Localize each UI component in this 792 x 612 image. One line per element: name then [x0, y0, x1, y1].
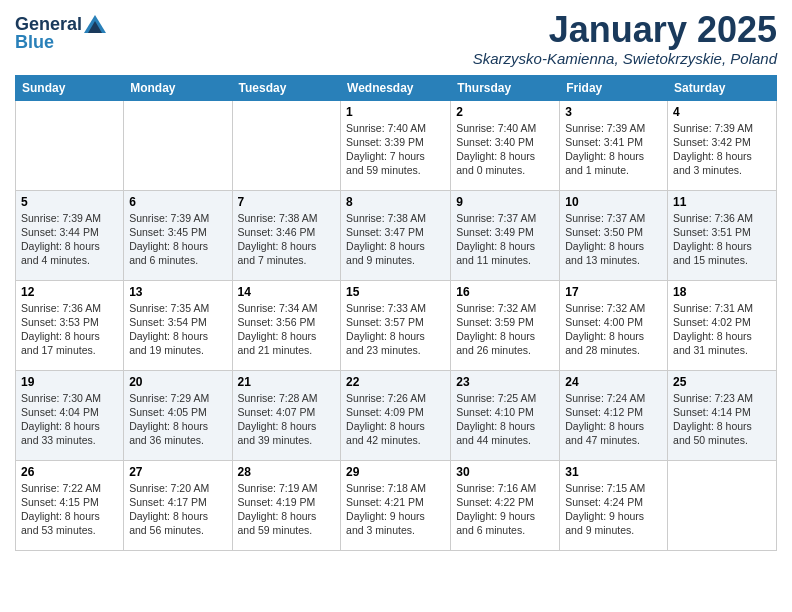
col-header-tuesday: Tuesday: [232, 75, 341, 100]
header: General Blue January 2025 Skarzysko-Kami…: [15, 10, 777, 67]
calendar-cell: 16Sunrise: 7:32 AM Sunset: 3:59 PM Dayli…: [451, 280, 560, 370]
day-number: 13: [129, 285, 226, 299]
week-row-1: 1Sunrise: 7:40 AM Sunset: 3:39 PM Daylig…: [16, 100, 777, 190]
day-number: 20: [129, 375, 226, 389]
day-number: 6: [129, 195, 226, 209]
column-headers: SundayMondayTuesdayWednesdayThursdayFrid…: [16, 75, 777, 100]
day-info: Sunrise: 7:38 AM Sunset: 3:46 PM Dayligh…: [238, 211, 336, 268]
col-header-wednesday: Wednesday: [341, 75, 451, 100]
day-info: Sunrise: 7:31 AM Sunset: 4:02 PM Dayligh…: [673, 301, 771, 358]
logo: General Blue: [15, 15, 106, 52]
calendar-cell: 28Sunrise: 7:19 AM Sunset: 4:19 PM Dayli…: [232, 460, 341, 550]
day-number: 30: [456, 465, 554, 479]
calendar-cell: 31Sunrise: 7:15 AM Sunset: 4:24 PM Dayli…: [560, 460, 668, 550]
day-info: Sunrise: 7:40 AM Sunset: 3:39 PM Dayligh…: [346, 121, 445, 178]
col-header-friday: Friday: [560, 75, 668, 100]
day-number: 28: [238, 465, 336, 479]
calendar-cell: [232, 100, 341, 190]
day-info: Sunrise: 7:15 AM Sunset: 4:24 PM Dayligh…: [565, 481, 662, 538]
calendar-body: 1Sunrise: 7:40 AM Sunset: 3:39 PM Daylig…: [16, 100, 777, 550]
day-number: 29: [346, 465, 445, 479]
col-header-sunday: Sunday: [16, 75, 124, 100]
calendar-cell: 25Sunrise: 7:23 AM Sunset: 4:14 PM Dayli…: [668, 370, 777, 460]
day-number: 5: [21, 195, 118, 209]
week-row-2: 5Sunrise: 7:39 AM Sunset: 3:44 PM Daylig…: [16, 190, 777, 280]
day-info: Sunrise: 7:25 AM Sunset: 4:10 PM Dayligh…: [456, 391, 554, 448]
day-info: Sunrise: 7:36 AM Sunset: 3:51 PM Dayligh…: [673, 211, 771, 268]
calendar-cell: 20Sunrise: 7:29 AM Sunset: 4:05 PM Dayli…: [124, 370, 232, 460]
day-info: Sunrise: 7:38 AM Sunset: 3:47 PM Dayligh…: [346, 211, 445, 268]
calendar-cell: 26Sunrise: 7:22 AM Sunset: 4:15 PM Dayli…: [16, 460, 124, 550]
week-row-3: 12Sunrise: 7:36 AM Sunset: 3:53 PM Dayli…: [16, 280, 777, 370]
day-number: 8: [346, 195, 445, 209]
calendar-cell: [124, 100, 232, 190]
calendar-cell: [668, 460, 777, 550]
calendar-cell: [16, 100, 124, 190]
day-info: Sunrise: 7:20 AM Sunset: 4:17 PM Dayligh…: [129, 481, 226, 538]
day-number: 22: [346, 375, 445, 389]
day-number: 31: [565, 465, 662, 479]
calendar-subtitle: Skarzysko-Kamienna, Swietokrzyskie, Pola…: [473, 50, 777, 67]
day-number: 24: [565, 375, 662, 389]
calendar-cell: 19Sunrise: 7:30 AM Sunset: 4:04 PM Dayli…: [16, 370, 124, 460]
calendar-cell: 21Sunrise: 7:28 AM Sunset: 4:07 PM Dayli…: [232, 370, 341, 460]
calendar-cell: 9Sunrise: 7:37 AM Sunset: 3:49 PM Daylig…: [451, 190, 560, 280]
calendar-cell: 6Sunrise: 7:39 AM Sunset: 3:45 PM Daylig…: [124, 190, 232, 280]
calendar-cell: 23Sunrise: 7:25 AM Sunset: 4:10 PM Dayli…: [451, 370, 560, 460]
day-info: Sunrise: 7:22 AM Sunset: 4:15 PM Dayligh…: [21, 481, 118, 538]
day-number: 9: [456, 195, 554, 209]
day-number: 27: [129, 465, 226, 479]
day-info: Sunrise: 7:16 AM Sunset: 4:22 PM Dayligh…: [456, 481, 554, 538]
day-info: Sunrise: 7:19 AM Sunset: 4:19 PM Dayligh…: [238, 481, 336, 538]
day-number: 7: [238, 195, 336, 209]
day-number: 17: [565, 285, 662, 299]
calendar-cell: 24Sunrise: 7:24 AM Sunset: 4:12 PM Dayli…: [560, 370, 668, 460]
day-number: 21: [238, 375, 336, 389]
day-info: Sunrise: 7:24 AM Sunset: 4:12 PM Dayligh…: [565, 391, 662, 448]
title-area: January 2025 Skarzysko-Kamienna, Swietok…: [473, 10, 777, 67]
calendar-cell: 17Sunrise: 7:32 AM Sunset: 4:00 PM Dayli…: [560, 280, 668, 370]
calendar-cell: 29Sunrise: 7:18 AM Sunset: 4:21 PM Dayli…: [341, 460, 451, 550]
day-info: Sunrise: 7:28 AM Sunset: 4:07 PM Dayligh…: [238, 391, 336, 448]
calendar-cell: 13Sunrise: 7:35 AM Sunset: 3:54 PM Dayli…: [124, 280, 232, 370]
day-info: Sunrise: 7:39 AM Sunset: 3:41 PM Dayligh…: [565, 121, 662, 178]
day-info: Sunrise: 7:34 AM Sunset: 3:56 PM Dayligh…: [238, 301, 336, 358]
day-info: Sunrise: 7:35 AM Sunset: 3:54 PM Dayligh…: [129, 301, 226, 358]
week-row-4: 19Sunrise: 7:30 AM Sunset: 4:04 PM Dayli…: [16, 370, 777, 460]
day-info: Sunrise: 7:33 AM Sunset: 3:57 PM Dayligh…: [346, 301, 445, 358]
day-info: Sunrise: 7:30 AM Sunset: 4:04 PM Dayligh…: [21, 391, 118, 448]
day-info: Sunrise: 7:37 AM Sunset: 3:49 PM Dayligh…: [456, 211, 554, 268]
calendar-title: January 2025: [473, 10, 777, 50]
logo-blue: Blue: [15, 32, 54, 52]
day-number: 19: [21, 375, 118, 389]
day-info: Sunrise: 7:26 AM Sunset: 4:09 PM Dayligh…: [346, 391, 445, 448]
day-number: 12: [21, 285, 118, 299]
day-info: Sunrise: 7:39 AM Sunset: 3:42 PM Dayligh…: [673, 121, 771, 178]
calendar-cell: 8Sunrise: 7:38 AM Sunset: 3:47 PM Daylig…: [341, 190, 451, 280]
day-info: Sunrise: 7:32 AM Sunset: 4:00 PM Dayligh…: [565, 301, 662, 358]
day-number: 10: [565, 195, 662, 209]
col-header-monday: Monday: [124, 75, 232, 100]
day-number: 4: [673, 105, 771, 119]
calendar-cell: 22Sunrise: 7:26 AM Sunset: 4:09 PM Dayli…: [341, 370, 451, 460]
day-number: 16: [456, 285, 554, 299]
day-info: Sunrise: 7:37 AM Sunset: 3:50 PM Dayligh…: [565, 211, 662, 268]
calendar-cell: 15Sunrise: 7:33 AM Sunset: 3:57 PM Dayli…: [341, 280, 451, 370]
day-number: 23: [456, 375, 554, 389]
day-info: Sunrise: 7:29 AM Sunset: 4:05 PM Dayligh…: [129, 391, 226, 448]
calendar-cell: 27Sunrise: 7:20 AM Sunset: 4:17 PM Dayli…: [124, 460, 232, 550]
calendar-cell: 11Sunrise: 7:36 AM Sunset: 3:51 PM Dayli…: [668, 190, 777, 280]
day-number: 2: [456, 105, 554, 119]
calendar-cell: 14Sunrise: 7:34 AM Sunset: 3:56 PM Dayli…: [232, 280, 341, 370]
day-number: 15: [346, 285, 445, 299]
day-number: 18: [673, 285, 771, 299]
day-info: Sunrise: 7:40 AM Sunset: 3:40 PM Dayligh…: [456, 121, 554, 178]
day-number: 1: [346, 105, 445, 119]
day-info: Sunrise: 7:32 AM Sunset: 3:59 PM Dayligh…: [456, 301, 554, 358]
day-info: Sunrise: 7:18 AM Sunset: 4:21 PM Dayligh…: [346, 481, 445, 538]
day-info: Sunrise: 7:39 AM Sunset: 3:45 PM Dayligh…: [129, 211, 226, 268]
day-number: 14: [238, 285, 336, 299]
day-info: Sunrise: 7:23 AM Sunset: 4:14 PM Dayligh…: [673, 391, 771, 448]
calendar-cell: 3Sunrise: 7:39 AM Sunset: 3:41 PM Daylig…: [560, 100, 668, 190]
calendar-cell: 10Sunrise: 7:37 AM Sunset: 3:50 PM Dayli…: [560, 190, 668, 280]
